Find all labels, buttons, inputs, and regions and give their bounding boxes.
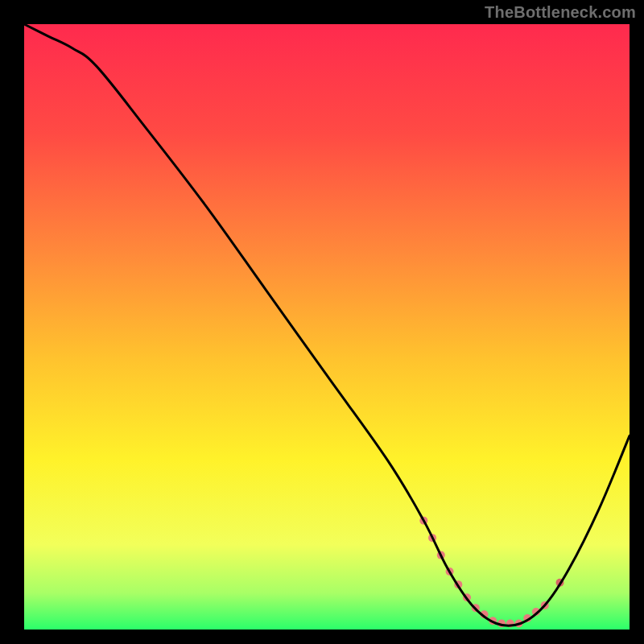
chart-stage: TheBottleneck.com (0, 0, 644, 644)
bottleneck-chart (0, 0, 644, 644)
gradient-background (24, 24, 630, 630)
